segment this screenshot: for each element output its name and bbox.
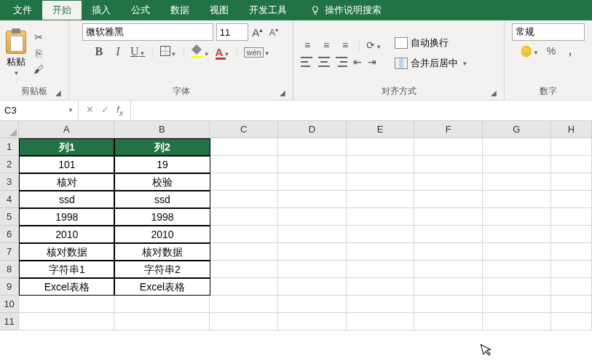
cancel-formula-button[interactable]: ✕: [86, 104, 94, 117]
row-header[interactable]: 10: [0, 296, 19, 313]
font-color-button[interactable]: A▼: [216, 46, 230, 58]
fx-button[interactable]: fx: [117, 104, 123, 117]
merge-center-button[interactable]: 合并后居中▼: [392, 55, 470, 71]
cell[interactable]: [278, 226, 347, 243]
cell[interactable]: 校验: [114, 173, 210, 191]
cell[interactable]: [551, 226, 592, 243]
cell[interactable]: [278, 191, 347, 208]
col-header-D[interactable]: D: [278, 121, 347, 138]
menu-data[interactable]: 数据: [160, 1, 200, 20]
col-header-E[interactable]: E: [347, 121, 415, 138]
cell[interactable]: [210, 138, 279, 156]
cell[interactable]: [483, 226, 551, 243]
decrease-font-button[interactable]: A▾: [267, 27, 280, 38]
cell[interactable]: [551, 156, 592, 173]
cell[interactable]: [278, 243, 347, 261]
cell[interactable]: [414, 208, 483, 226]
cell[interactable]: 19: [114, 156, 210, 173]
cell[interactable]: [278, 156, 347, 173]
font-name-select[interactable]: [82, 23, 213, 41]
cell[interactable]: 列1: [19, 138, 114, 156]
cut-button[interactable]: ✂: [32, 31, 45, 44]
cell[interactable]: ssd: [114, 191, 210, 208]
cell[interactable]: [551, 173, 592, 191]
align-launcher[interactable]: ◢: [491, 89, 497, 97]
menu-view[interactable]: 视图: [200, 1, 239, 20]
increase-indent-button[interactable]: ⇥: [368, 56, 376, 68]
cell[interactable]: [483, 261, 551, 278]
italic-button[interactable]: I: [111, 45, 125, 58]
cell[interactable]: [414, 243, 483, 261]
cell[interactable]: [347, 313, 415, 331]
row-header[interactable]: 4: [0, 191, 19, 208]
cell[interactable]: 列2: [114, 138, 210, 156]
cell[interactable]: [210, 156, 279, 173]
row-header[interactable]: 2: [0, 156, 19, 173]
cell[interactable]: 核对数据: [114, 243, 210, 261]
bold-button[interactable]: B: [92, 45, 106, 58]
clipboard-launcher[interactable]: ◢: [55, 89, 61, 97]
row-header[interactable]: 8: [0, 261, 19, 278]
cell[interactable]: [483, 138, 551, 156]
cell[interactable]: [483, 313, 551, 331]
cell[interactable]: [278, 208, 347, 226]
cell[interactable]: [114, 313, 210, 331]
menu-tell-me[interactable]: 操作说明搜索: [300, 1, 392, 20]
cell[interactable]: [347, 226, 415, 243]
comma-button[interactable]: ,: [564, 45, 577, 57]
cell[interactable]: [210, 313, 278, 331]
cell[interactable]: [210, 173, 279, 191]
format-painter-button[interactable]: 🖌: [32, 63, 45, 76]
cell[interactable]: [483, 191, 551, 208]
cell[interactable]: [483, 208, 551, 226]
number-format-select[interactable]: [512, 23, 585, 41]
cell[interactable]: [414, 226, 483, 243]
cell[interactable]: 2010: [114, 226, 210, 243]
cell[interactable]: 101: [19, 156, 114, 173]
phonetic-button[interactable]: wén▼: [244, 46, 269, 58]
cell[interactable]: [414, 261, 483, 278]
col-header-C[interactable]: C: [210, 121, 278, 138]
formula-input[interactable]: [130, 100, 592, 120]
cell[interactable]: 核对: [19, 173, 114, 191]
cell[interactable]: [347, 261, 415, 278]
cell[interactable]: 字符串2: [114, 261, 210, 278]
cell[interactable]: [278, 138, 347, 156]
copy-button[interactable]: ⎘: [32, 47, 45, 60]
cell[interactable]: [347, 208, 415, 226]
cell[interactable]: [210, 226, 279, 243]
col-header-G[interactable]: G: [483, 121, 551, 138]
cell[interactable]: [347, 296, 415, 313]
cell[interactable]: [347, 191, 415, 208]
align-top-button[interactable]: ≡: [301, 39, 314, 51]
paste-button[interactable]: 粘贴 ▼: [4, 29, 28, 78]
cell[interactable]: Excel表格: [19, 278, 114, 296]
cell[interactable]: [551, 278, 592, 296]
select-all-corner[interactable]: [0, 121, 19, 138]
font-size-select[interactable]: [216, 23, 248, 41]
cell[interactable]: [19, 296, 114, 313]
name-box[interactable]: C3▼: [0, 100, 79, 120]
align-right-button[interactable]: [336, 57, 347, 67]
row-header[interactable]: 6: [0, 226, 19, 243]
cell[interactable]: 核对数据: [19, 243, 114, 261]
align-center-button[interactable]: [318, 57, 330, 67]
cell[interactable]: [210, 243, 279, 261]
cell[interactable]: 字符串1: [19, 261, 114, 278]
cell[interactable]: [114, 296, 210, 313]
cell[interactable]: [347, 278, 415, 296]
col-header-B[interactable]: B: [114, 121, 210, 138]
cell[interactable]: [483, 278, 551, 296]
align-bottom-button[interactable]: ≡: [339, 39, 352, 51]
cell[interactable]: [278, 261, 347, 278]
cell[interactable]: 1998: [19, 208, 114, 226]
cell[interactable]: [414, 191, 483, 208]
cell[interactable]: [278, 313, 347, 331]
row-header[interactable]: 3: [0, 173, 19, 191]
cell[interactable]: [551, 296, 592, 313]
align-left-button[interactable]: [301, 57, 312, 67]
cell[interactable]: [551, 261, 592, 278]
decrease-indent-button[interactable]: ⇤: [353, 56, 362, 68]
font-launcher[interactable]: ◢: [280, 89, 285, 97]
menu-file[interactable]: 文件: [3, 1, 42, 20]
